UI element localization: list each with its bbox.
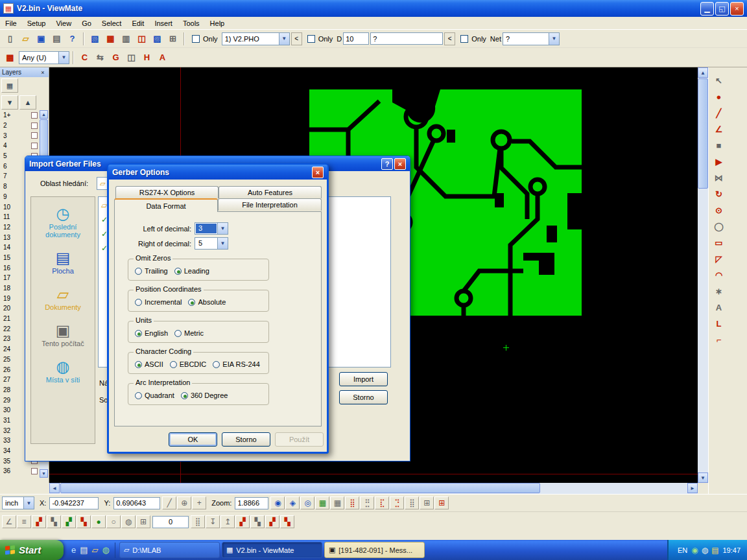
select-cursor-icon[interactable]: ↖	[711, 74, 727, 88]
query-item-icon[interactable]: ⊞	[165, 32, 180, 46]
prev-layer-button[interactable]: <	[291, 32, 302, 45]
goto-dcode-icon[interactable]: G	[108, 51, 123, 65]
folder-quicklaunch-icon[interactable]: ▱	[92, 545, 99, 555]
draw-circle-icon[interactable]: ⊙	[711, 204, 727, 217]
zoom-value-field[interactable]: 1.8866	[235, 497, 268, 509]
menu-item[interactable]: Setup	[22, 18, 51, 29]
place-desktop[interactable]: ▤ Plocha	[32, 249, 94, 275]
close-button[interactable]: ×	[730, 2, 744, 16]
layer-combo[interactable]: 1) V2.PHO ▼	[222, 32, 290, 45]
angle-measure-icon[interactable]: ∠	[2, 515, 16, 528]
traces-display-icon[interactable]: ⣛	[360, 496, 374, 509]
zoom-point-icon[interactable]: ◎	[300, 496, 314, 509]
selection-rect-icon[interactable]: ▭	[711, 236, 727, 250]
l-bend-icon[interactable]: L	[711, 317, 727, 331]
flash-display-icon[interactable]: ⣏	[375, 496, 389, 509]
pattern-a-icon[interactable]: ▞	[32, 515, 46, 528]
place-computer[interactable]: ▣ Tento počítač	[32, 321, 94, 347]
chevron-down-icon[interactable]: ▼	[279, 33, 289, 45]
copy-dcode-icon[interactable]: C	[77, 51, 92, 65]
apply-button[interactable]: Použít	[275, 432, 324, 447]
radio-option[interactable]: Leading	[174, 267, 209, 275]
pad-shape-icon[interactable]: ◫	[124, 51, 139, 65]
draw-pad-icon[interactable]: ●	[711, 90, 727, 104]
layer-color-swatch[interactable]	[31, 468, 38, 474]
scrollbar-thumb[interactable]	[698, 78, 708, 189]
scroll-right-icon[interactable]: ►	[687, 483, 698, 493]
task-messenger[interactable]: ▣ [191-482-091] - Mess...	[324, 542, 425, 558]
chamfer-icon[interactable]: ◸	[711, 252, 727, 266]
scroll-down-icon[interactable]: ▼	[40, 469, 48, 478]
layer-color-swatch[interactable]	[31, 132, 38, 139]
messenger-tray-icon[interactable]: ◉	[691, 546, 698, 555]
cancel-button[interactable]: Storno	[222, 432, 270, 447]
net-combo[interactable]: ? ▼	[503, 32, 560, 45]
menu-item[interactable]: File	[0, 18, 22, 29]
only-dcode-checkbox[interactable]	[307, 35, 315, 43]
layer-row[interactable]: 4	[0, 141, 40, 151]
layer-color-swatch[interactable]	[31, 122, 38, 129]
pads-display-icon[interactable]: ⣿	[345, 496, 359, 509]
draw-filled-rect-icon[interactable]: ■	[711, 139, 727, 152]
draw-arc-icon[interactable]: ◠	[711, 268, 727, 282]
place-recent-documents[interactable]: ◷ Poslední dokumenty	[32, 205, 94, 239]
scroll-up-icon[interactable]: ▲	[40, 110, 48, 119]
units-combo[interactable]: inch ▼	[2, 496, 34, 509]
radio-option[interactable]: Metric	[174, 329, 204, 337]
outline-display-icon[interactable]: ⣿	[405, 496, 419, 509]
radio-option[interactable]: Incremental	[135, 298, 182, 306]
pattern-h-icon[interactable]: ▚	[280, 515, 294, 528]
dcode-table-icon[interactable]: ⊞	[420, 496, 434, 509]
draw-ellipse-icon[interactable]: ◯	[711, 220, 727, 233]
menu-item[interactable]: Edit	[126, 18, 149, 29]
dot-grid-icon[interactable]: ⣿	[191, 515, 205, 528]
draw-line-icon[interactable]: ╱	[711, 106, 727, 120]
zoom-in-icon[interactable]: ◉	[270, 496, 285, 509]
radio-option[interactable]: ASCII	[135, 360, 163, 368]
dcode-type-combo[interactable]: Any (U) ▼	[19, 51, 69, 64]
layer-table-button[interactable]: ▦	[1, 78, 18, 93]
radio-option[interactable]: EBCDIC	[170, 360, 207, 368]
left-decimal-combo[interactable]: 3 ▼	[195, 222, 228, 235]
context-help-icon[interactable]: ?	[65, 32, 80, 46]
dcode-filter-field[interactable]: ?	[370, 32, 443, 45]
pattern-c-icon[interactable]: ▞	[62, 515, 76, 528]
close-button[interactable]: ×	[312, 167, 324, 178]
place-documents[interactable]: ▱ Dokumenty	[32, 285, 94, 311]
anchor-down-icon[interactable]: ↧	[206, 515, 220, 528]
layer-row[interactable]: 1+	[0, 110, 40, 121]
keyboard-tray-icon[interactable]: ▤	[711, 546, 718, 555]
language-indicator[interactable]: EN	[678, 546, 687, 554]
new-file-icon[interactable]: ▯	[3, 32, 18, 46]
only-net-checkbox[interactable]	[460, 35, 468, 43]
dcode-select-icon[interactable]: ▥	[119, 32, 134, 46]
only-layer-checkbox[interactable]	[192, 35, 200, 43]
layer-table-icon[interactable]: ⊞	[434, 496, 449, 509]
x-coordinate-field[interactable]: -0.942237	[49, 497, 99, 509]
place-network[interactable]: ◍ Místa v síti	[32, 358, 94, 384]
pattern-b-icon[interactable]: ▚	[47, 515, 61, 528]
layer-row[interactable]: 36	[0, 466, 40, 476]
menu-item[interactable]: Insert	[149, 18, 178, 29]
aperture-list-icon[interactable]: ▩	[3, 51, 18, 65]
radio-option[interactable]: English	[135, 329, 168, 337]
menu-item[interactable]: View	[51, 18, 77, 29]
cancel-button[interactable]: Storno	[339, 390, 388, 404]
highlight-net-icon[interactable]: ▦	[103, 32, 118, 46]
draw-polyline-icon[interactable]: ∠	[711, 122, 727, 136]
trace-select-icon[interactable]: ▨	[150, 32, 165, 46]
grid-snap-icon[interactable]: ▦	[330, 496, 344, 509]
vertical-scrollbar[interactable]: ▲ ▼	[698, 67, 708, 483]
traffic-light-icon[interactable]: ●	[91, 515, 106, 528]
open-file-icon[interactable]: ▱	[18, 32, 33, 46]
rotate-icon[interactable]: ↻	[711, 187, 727, 201]
center-point-icon[interactable]: +	[192, 496, 206, 509]
tab-rs274x-options[interactable]: RS274-X Options	[115, 186, 219, 198]
pattern-f-icon[interactable]: ▚	[250, 515, 265, 528]
annotate-icon[interactable]: A	[155, 51, 170, 65]
star-tool-icon[interactable]: ∗	[711, 285, 727, 298]
scroll-left-icon[interactable]: ◄	[49, 483, 60, 493]
print-icon[interactable]: ▤	[49, 32, 64, 46]
tab-data-format[interactable]: Data Format	[114, 198, 218, 212]
grid-table-icon[interactable]: ⊞	[136, 515, 150, 528]
